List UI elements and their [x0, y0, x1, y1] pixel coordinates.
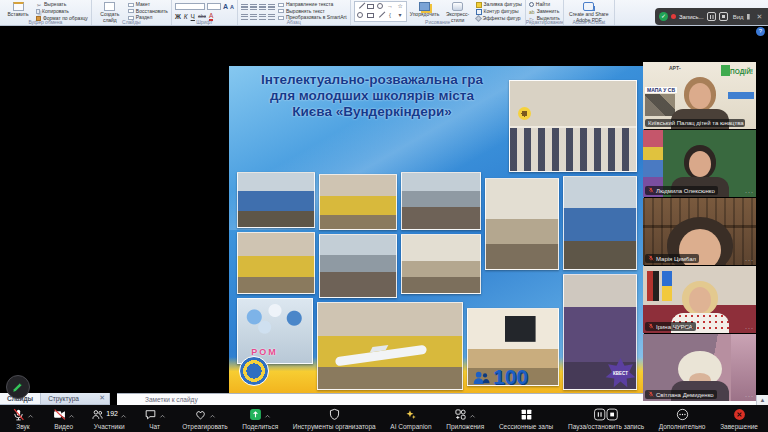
toolbar-apps-button[interactable]: Приложения: [446, 408, 484, 430]
mic-muted-icon: [648, 323, 654, 330]
toolbar-ai-button[interactable]: AI Companion: [390, 408, 431, 430]
recording-indicator: ✓ Запись... Вид ✕: [655, 8, 768, 25]
video-menu-button[interactable]: ···: [745, 393, 754, 399]
line-spacing-icon[interactable]: [268, 4, 275, 10]
find-label: Найти: [536, 2, 550, 8]
ai-icon: [404, 408, 417, 424]
participant-tile[interactable]: Ірина ЧУРСА···: [643, 266, 756, 333]
video-menu-button[interactable]: ···: [745, 257, 754, 263]
mic-muted-icon: [648, 391, 654, 398]
pencil-icon: [11, 380, 25, 394]
more-icon: [676, 408, 689, 424]
slide-photo: [237, 172, 315, 228]
toolbar-host-label: Инструменты организатора: [293, 423, 376, 430]
panel-close-icon[interactable]: ✕: [95, 393, 109, 404]
replace-icon: ab: [529, 9, 535, 15]
toolbar-host-button[interactable]: Инструменты организатора: [293, 408, 376, 430]
participant-name: Марія Цимбал: [645, 254, 699, 263]
layout-label: Макет: [136, 2, 150, 8]
slide-title: Інтелектуально-розважальна гра для молод…: [235, 72, 509, 120]
toolbar-video-button[interactable]: Видео: [51, 408, 77, 430]
background-banner-text: ПОДІЙ!: [730, 68, 753, 75]
current-slide[interactable]: Інтелектуально-розважальна гра для молод…: [229, 66, 644, 393]
participant-name: Людмила Олексюнко: [645, 186, 718, 195]
video-menu-button[interactable]: ···: [745, 121, 754, 127]
video-menu-button[interactable]: ···: [745, 325, 754, 331]
participant-tile[interactable]: Світлана Демиденко···: [643, 334, 756, 401]
organization-logo: [239, 356, 269, 386]
find-icon: [529, 2, 534, 7]
stop-recording-icon[interactable]: [719, 12, 728, 21]
numbering-icon[interactable]: [250, 4, 257, 10]
chevron-up-icon[interactable]: [469, 408, 476, 423]
paste-button[interactable]: Вставить: [3, 1, 33, 18]
background-banner-text: МАПА У СВ: [645, 87, 677, 93]
replace-button[interactable]: abЗаменить: [529, 9, 560, 15]
toolbar-video-label: Видео: [54, 423, 73, 430]
slide-photo: [319, 234, 397, 298]
help-button[interactable]: ?: [756, 27, 765, 36]
chevron-up-icon[interactable]: [68, 408, 75, 423]
copy-button[interactable]: Копировать: [36, 9, 88, 15]
participant-tile[interactable]: АРТ-МАПА У СВПОДІЙ!Київський Палац дітей…: [643, 62, 756, 129]
text-direction-button[interactable]: Направление текста: [278, 2, 347, 8]
editing-group: Найти abЗаменить ▷Выделить Редактировани…: [526, 0, 564, 25]
fill-label: Заливка фигуры: [484, 2, 522, 8]
host-icon: [328, 408, 341, 424]
rounded-rect-shape-icon: [367, 13, 374, 18]
chevron-up-icon[interactable]: [120, 408, 127, 423]
text-direction-label: Направление текста: [286, 2, 333, 8]
chevron-up-icon[interactable]: [159, 408, 166, 423]
audio-icon: [12, 408, 25, 424]
paste-label: Вставить: [7, 12, 28, 18]
toolbar-rooms-button[interactable]: Сессионные залы: [499, 408, 553, 430]
copy-label: Копировать: [42, 9, 69, 15]
shrink-font-button[interactable]: А: [230, 4, 234, 10]
view-grid-icon: [747, 14, 754, 20]
participant-tile[interactable]: Людмила Олексюнко···: [643, 130, 756, 197]
toolbar-end-button[interactable]: Завершение: [720, 408, 758, 430]
close-view-icon[interactable]: ✕: [757, 13, 763, 21]
participant-name: Київський Палац дітей та юнацтва: [645, 119, 745, 127]
participants-counter: 100: [473, 365, 528, 389]
main-scrollbar[interactable]: ▲ •••: [756, 395, 768, 405]
mic-muted-icon: [648, 255, 654, 262]
toolbar-more-button[interactable]: Дополнительно: [659, 408, 706, 430]
toolbar-participants-button[interactable]: 192Участники: [91, 408, 127, 430]
adobe-pdf-icon: [583, 2, 594, 11]
chevron-up-icon[interactable]: [27, 408, 34, 423]
toolbar-chat-button[interactable]: Чат: [142, 408, 168, 430]
toolbar-react-button[interactable]: Отреагировать: [182, 408, 227, 430]
tab-outline[interactable]: Структура: [41, 393, 86, 404]
layout-icon: [128, 3, 134, 7]
indent-icon[interactable]: [259, 4, 266, 10]
chevron-up-icon[interactable]: [264, 408, 271, 423]
toolbar-share-button[interactable]: Поделиться: [242, 408, 278, 430]
font-group-label: Шрифт: [172, 19, 237, 25]
shape-fill-button[interactable]: Заливка фигуры: [476, 2, 522, 8]
pause-recording-icon[interactable]: [707, 12, 716, 21]
find-button[interactable]: Найти: [529, 2, 560, 8]
font-size-box[interactable]: [207, 3, 221, 10]
new-slide-icon: [104, 2, 115, 11]
toolbar-share-label: Поделиться: [242, 423, 278, 430]
toolbar-record-button[interactable]: Пауза/остановить запись: [568, 408, 644, 430]
font-name-box[interactable]: [175, 3, 205, 10]
oval-shape-icon: [357, 12, 363, 18]
line-shape-icon: [359, 2, 365, 8]
layout-button[interactable]: Макет: [128, 2, 168, 8]
grow-font-button[interactable]: А: [223, 3, 228, 10]
video-menu-button[interactable]: ···: [745, 189, 754, 195]
bullets-icon[interactable]: [241, 4, 248, 10]
annotation-button[interactable]: [6, 375, 30, 399]
chevron-up-icon[interactable]: [209, 408, 216, 423]
toolbar-more-label: Дополнительно: [659, 423, 706, 430]
view-button[interactable]: Вид: [733, 14, 744, 20]
scroll-up-arrow[interactable]: ▲: [757, 395, 768, 405]
arrange-button[interactable]: Упорядочить: [410, 1, 440, 18]
toolbar-audio-button[interactable]: Звук: [10, 408, 36, 430]
editing-group-label: Редактирование: [526, 19, 563, 25]
slide-photo: [401, 172, 481, 230]
toolbar-ai-label: AI Companion: [390, 423, 431, 430]
participant-tile[interactable]: Марія Цимбал···: [643, 198, 756, 265]
